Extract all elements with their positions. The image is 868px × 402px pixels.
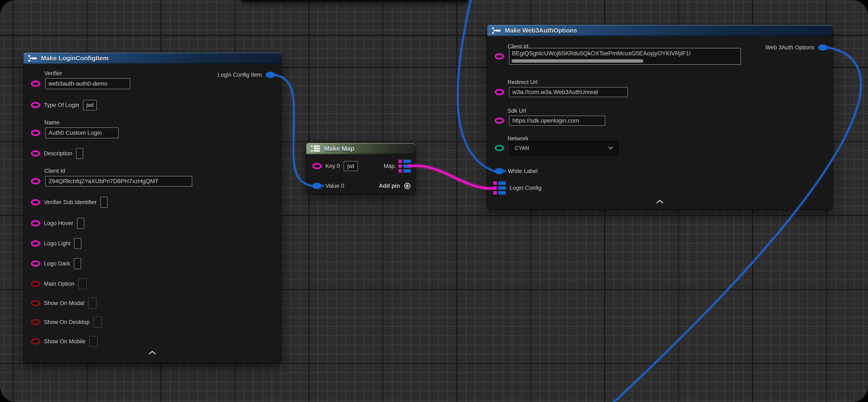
input-pin-verifier[interactable] <box>31 81 40 87</box>
input-pin-key-0[interactable] <box>312 163 321 169</box>
sdk-url-field[interactable]: https://sdk.openlogin.com <box>509 116 605 126</box>
graph-canvas[interactable]: Make LoginConfigItem Login Config Item V… <box>0 0 868 402</box>
input-label-show-on-desktop: Show On Desktop <box>44 319 90 325</box>
verifier-sub-identifier-field[interactable] <box>100 197 107 208</box>
field-horizontal-scrollbar[interactable] <box>512 59 643 63</box>
input-label-redirect-url: Redirect Url <box>507 79 537 86</box>
collapse-node-chevron-icon[interactable] <box>656 200 663 203</box>
input-label-sdk-url: Sdk Url <box>507 108 526 114</box>
input-pin-sdk-url[interactable] <box>495 117 504 124</box>
collapse-node-chevron-icon[interactable] <box>149 351 156 354</box>
input-pin-value-0[interactable] <box>312 183 321 189</box>
input-label-login-config: Login Config <box>509 185 541 191</box>
input-label-logo-dark: Logo Dark <box>44 260 70 267</box>
input-label-main-option: Main Option <box>44 281 74 287</box>
offscreen-node-bottom-edge <box>242 0 468 2</box>
input-label-verifier-sub-identifier: Verifier Sub Identifier <box>44 199 97 206</box>
input-pin-white-label[interactable] <box>495 168 504 174</box>
input-label-value-0: Value 0 <box>326 183 344 189</box>
logo-hover-field[interactable] <box>77 218 84 229</box>
verifier-field[interactable]: web3auth-auth0-demo <box>45 78 130 89</box>
chevron-down-icon <box>608 147 613 149</box>
node-make-web3authoptions[interactable]: Make Web3AuthOptions Web 3Auth Options C… <box>487 25 833 209</box>
input-pin-main-option[interactable] <box>31 281 40 287</box>
input-pin-client-id[interactable] <box>31 178 40 184</box>
node-header-make-map[interactable]: Make Map <box>306 143 415 154</box>
input-label-key-0: Key 0 <box>326 163 340 169</box>
show-on-modal-checkbox[interactable] <box>88 298 96 309</box>
output-pin-label: Web 3Auth Options <box>765 45 814 51</box>
input-pin-verifier-sub-identifier[interactable] <box>31 199 40 205</box>
logo-light-field[interactable] <box>74 238 81 249</box>
input-label-logo-light: Logo Light <box>44 240 70 247</box>
node-title: Make LoginConfigItem <box>41 55 108 62</box>
node-make-loginconfigitem[interactable]: Make LoginConfigItem Login Config Item V… <box>23 53 281 363</box>
output-pin-label: Login Config Item <box>217 72 262 78</box>
node-make-map[interactable]: Make Map Key 0 jwt Map Value 0 Add pin <box>306 143 415 194</box>
add-pin-icon[interactable] <box>404 182 411 190</box>
input-label-show-on-mobile: Show On Mobile <box>44 338 86 345</box>
key-0-field[interactable]: jwt <box>344 161 358 171</box>
input-label-white-label: White Label <box>508 168 538 174</box>
wire-glow <box>409 166 493 189</box>
make-struct-icon <box>28 54 37 62</box>
input-pin-type-of-login[interactable] <box>31 102 40 108</box>
input-pin-logo-light[interactable] <box>31 240 40 247</box>
input-label-logo-hover: Logo Hover <box>44 220 73 227</box>
input-label-show-on-modal: Show On Modal <box>44 300 84 307</box>
input-label-type-of-login: Type Of Login <box>44 102 79 109</box>
input-pin-name[interactable] <box>31 130 40 136</box>
input-pin-description[interactable] <box>31 150 40 156</box>
input-pin-show-on-modal[interactable] <box>31 300 40 306</box>
add-pin-label: Add pin <box>379 183 400 189</box>
input-pin-show-on-desktop[interactable] <box>31 319 40 325</box>
show-on-mobile-checkbox[interactable] <box>89 336 98 347</box>
make-struct-icon <box>492 26 501 35</box>
node-header-make-web3authoptions[interactable]: Make Web3AuthOptions <box>487 25 833 36</box>
node-title: Make Map <box>324 145 354 152</box>
client-id-field[interactable]: BEglQSgt4cUWcj6SKRdu5QkOXTsePmMcusG5EAoy… <box>509 48 741 65</box>
input-label-client-id: Client Id <box>44 168 65 174</box>
input-pin-client-id[interactable] <box>495 53 504 59</box>
input-label-verifier: Verifier <box>44 70 62 77</box>
input-label-description: Description <box>44 150 72 157</box>
output-pin-label-map: Map <box>383 163 395 169</box>
description-field[interactable] <box>76 148 83 159</box>
name-field[interactable]: Auth0 Custom Login <box>45 127 119 138</box>
type-of-login-field[interactable]: jwt <box>83 100 97 110</box>
input-label-name: Name <box>44 119 59 126</box>
input-pin-network[interactable] <box>495 145 504 151</box>
main-option-checkbox[interactable] <box>79 278 87 289</box>
redirect-url-field[interactable]: w3a://com.w3a.Web3AuthUnreal <box>509 87 628 97</box>
node-title: Make Web3AuthOptions <box>505 27 577 34</box>
show-on-desktop-checkbox[interactable] <box>93 317 102 327</box>
input-pin-logo-dark[interactable] <box>31 260 40 267</box>
input-pin-logo-hover[interactable] <box>31 220 40 226</box>
network-dropdown[interactable]: CYAN <box>509 140 619 155</box>
logo-dark-field[interactable] <box>74 258 81 269</box>
client-id-field[interactable]: 294QRkchfq2YaXUbPri7D6PH7xzHgQMT <box>45 176 192 186</box>
node-header-make-loginconfigitem[interactable]: Make LoginConfigItem <box>23 53 281 64</box>
make-map-icon <box>311 145 320 152</box>
input-pin-redirect-url[interactable] <box>495 89 504 95</box>
input-pin-show-on-mobile[interactable] <box>31 338 40 345</box>
